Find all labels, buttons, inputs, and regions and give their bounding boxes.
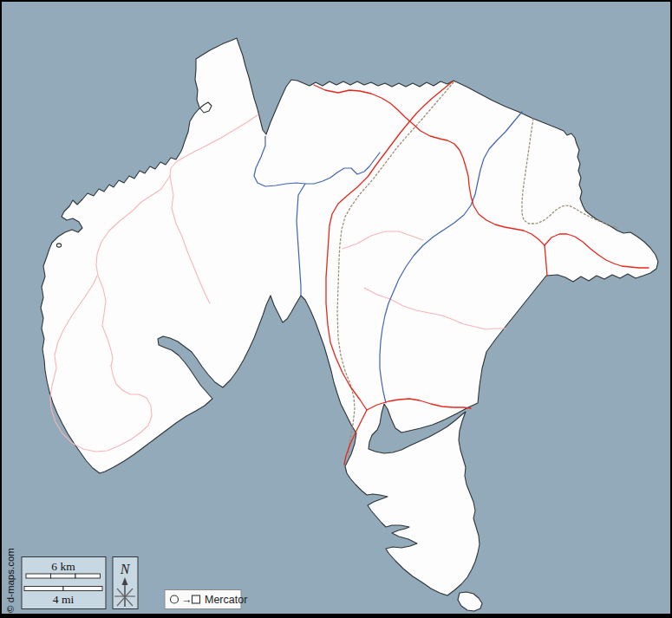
scale-km-bar (26, 574, 101, 578)
compass-north-label: N (120, 562, 131, 576)
copyright-watermark: © d-maps.com (5, 548, 16, 613)
projection-arrow-icon: → (181, 594, 192, 606)
compass-panel: N (113, 557, 138, 609)
scale-mi-bar (24, 587, 102, 591)
map-canvas: © d-maps.com 6 km 4 mi N → M (0, 0, 672, 618)
projection-label: Mercator (205, 594, 247, 606)
projection-legend: → Mercator (165, 590, 247, 609)
map-svg: © d-maps.com 6 km 4 mi N → M (0, 0, 672, 618)
islet-northwest (56, 244, 61, 247)
scale-km-label: 6 km (51, 560, 75, 573)
scale-mi-label: 4 mi (53, 593, 75, 606)
scale-bar-panel: 6 km 4 mi (22, 557, 106, 609)
